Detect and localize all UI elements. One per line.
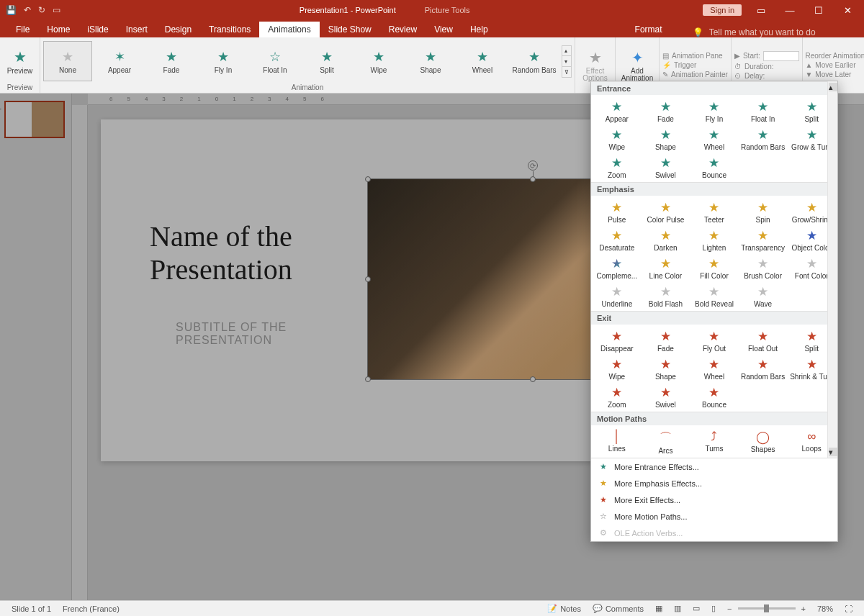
fit-window-icon[interactable]: ⛶ (839, 604, 858, 613)
maximize-button[interactable]: ☐ (809, 5, 828, 16)
scroll-down-icon[interactable]: ▾ (829, 448, 837, 456)
view-slideshow-icon[interactable]: ▯ (706, 604, 721, 613)
undo-icon[interactable]: ↶ (24, 5, 31, 15)
anim-option-bounce[interactable]: ★Bounce (690, 382, 739, 410)
anim-option-compleme-[interactable]: ★Compleme... (593, 253, 642, 281)
anim-floatin[interactable]: ☆Float In (251, 41, 300, 81)
preview-button[interactable]: ★Preview (3, 40, 37, 82)
anim-option-spin[interactable]: ★Spin (739, 197, 788, 225)
zoom-level[interactable]: 78% (811, 604, 839, 613)
anim-option-wipe[interactable]: ★Wipe (593, 354, 642, 382)
animation-painter-button[interactable]: ✎Animation Painter (662, 71, 728, 78)
anim-option-swivel[interactable]: ★Swivel (642, 382, 690, 410)
move-earlier-button[interactable]: ▲Move Earlier (805, 61, 864, 69)
slideshow-icon[interactable]: ▭ (53, 5, 60, 15)
anim-option-fly-in[interactable]: ★Fly In (690, 96, 739, 124)
anim-option-fade[interactable]: ★Fade (642, 96, 690, 124)
gallery-down-icon[interactable]: ▾ (562, 57, 571, 67)
tell-me-search[interactable]: 💡 Tell me what you want to do (693, 27, 816, 37)
rotate-handle-icon[interactable]: ⟳ (528, 160, 538, 171)
animation-pane-button[interactable]: ▤Animation Pane (662, 52, 728, 60)
timing-duration[interactable]: ⏱Duration: (734, 63, 799, 71)
anim-option-line-color[interactable]: ★Line Color (642, 253, 690, 281)
tab-islide[interactable]: iSlide (78, 22, 117, 37)
ribbon-options-icon[interactable]: ▭ (752, 5, 770, 16)
anim-wipe[interactable]: ★Wipe (354, 41, 403, 81)
tab-review[interactable]: Review (380, 22, 426, 37)
notes-button[interactable]: 📝Notes (541, 604, 587, 613)
anim-option-brush-color[interactable]: ★Brush Color (739, 253, 788, 281)
tab-transitions[interactable]: Transitions (200, 22, 259, 37)
more-entrance-effects[interactable]: ★More Entrance Effects... (591, 458, 837, 475)
comments-button[interactable]: 💬Comments (587, 604, 649, 613)
zoom-in-icon[interactable]: + (796, 604, 811, 613)
anim-option-appear[interactable]: ★Appear (593, 96, 642, 124)
gallery-more-icon[interactable]: ⊽ (562, 68, 571, 77)
anim-split[interactable]: ★Split (302, 41, 351, 81)
anim-option-wave[interactable]: ★Wave (739, 281, 788, 309)
anim-option-wheel[interactable]: ★Wheel (690, 354, 739, 382)
zoom-out-icon[interactable]: − (721, 604, 737, 613)
anim-option-float-in[interactable]: ★Float In (739, 96, 788, 124)
slide-counter[interactable]: Slide 1 of 1 (6, 604, 57, 613)
anim-option-bold-reveal[interactable]: ★Bold Reveal (690, 281, 739, 309)
view-sorter-icon[interactable]: ▥ (668, 604, 687, 613)
anim-option-wipe[interactable]: ★Wipe (593, 124, 642, 153)
start-dropdown[interactable] (763, 51, 799, 61)
more-emphasis-effects[interactable]: ★More Emphasis Effects... (591, 475, 837, 492)
close-button[interactable]: ✕ (838, 5, 857, 16)
anim-option-fly-out[interactable]: ★Fly Out (690, 326, 739, 354)
timing-start[interactable]: ▶Start: (734, 51, 799, 61)
tab-view[interactable]: View (426, 22, 462, 37)
slide-thumbnail-1[interactable] (4, 101, 65, 138)
resize-handle[interactable] (365, 276, 371, 282)
anim-option-desaturate[interactable]: ★Desaturate (593, 225, 642, 253)
anim-option-zoom[interactable]: ★Zoom (593, 382, 642, 410)
more-motion-paths[interactable]: ☆More Motion Paths... (591, 508, 837, 525)
anim-option-shape[interactable]: ★Shape (642, 124, 690, 153)
motion-option-turns[interactable]: ⤴Turns (690, 427, 739, 456)
zoom-slider[interactable] (738, 607, 796, 610)
anim-option-random-bars[interactable]: ★Random Bars (739, 354, 788, 382)
anim-option-swivel[interactable]: ★Swivel (642, 153, 690, 181)
view-reading-icon[interactable]: ▭ (687, 604, 706, 613)
slide-title-placeholder[interactable]: Name of thePresentation (150, 220, 292, 286)
dropdown-scrollbar[interactable]: ▴ ▾ (827, 81, 837, 458)
tab-insert[interactable]: Insert (117, 22, 156, 37)
trigger-button[interactable]: ⚡Trigger (662, 61, 728, 69)
scroll-up-icon[interactable]: ▴ (829, 83, 837, 91)
anim-option-teeter[interactable]: ★Teeter (690, 197, 739, 225)
gallery-up-icon[interactable]: ▴ (562, 46, 571, 56)
redo-icon[interactable]: ↻ (38, 5, 45, 15)
anim-option-bounce[interactable]: ★Bounce (690, 153, 739, 181)
anim-option-wheel[interactable]: ★Wheel (690, 124, 739, 153)
anim-option-darken[interactable]: ★Darken (642, 225, 690, 253)
tab-help[interactable]: Help (462, 22, 497, 37)
view-normal-icon[interactable]: ▦ (649, 604, 668, 613)
effect-options-button[interactable]: ★Effect Options (578, 45, 612, 86)
anim-option-lighten[interactable]: ★Lighten (690, 225, 739, 253)
tab-format[interactable]: Format (626, 22, 671, 37)
anim-option-transparency[interactable]: ★Transparency (739, 225, 788, 253)
anim-fade[interactable]: ★Fade (147, 41, 196, 81)
anim-randombars[interactable]: ★Random Bars (510, 41, 559, 81)
anim-option-pulse[interactable]: ★Pulse (593, 197, 642, 225)
tab-design[interactable]: Design (156, 22, 200, 37)
anim-flyin[interactable]: ★Fly In (199, 41, 248, 81)
anim-option-fade[interactable]: ★Fade (642, 326, 690, 354)
anim-option-float-out[interactable]: ★Float Out (739, 326, 788, 354)
tab-home[interactable]: Home (38, 22, 78, 37)
resize-handle[interactable] (365, 176, 371, 182)
anim-option-underline[interactable]: ★Underline (593, 281, 642, 309)
motion-option-arcs[interactable]: ⌒Arcs (642, 427, 690, 456)
move-later-button[interactable]: ▼Move Later (805, 71, 864, 78)
tab-slideshow[interactable]: Slide Show (320, 22, 380, 37)
anim-option-color-pulse[interactable]: ★Color Pulse (642, 197, 690, 225)
anim-option-fill-color[interactable]: ★Fill Color (690, 253, 739, 281)
save-icon[interactable]: 💾 (6, 5, 17, 15)
anim-shape[interactable]: ★Shape (406, 41, 455, 81)
anim-appear[interactable]: ✶Appear (95, 41, 144, 81)
motion-option-lines[interactable]: │Lines (593, 427, 642, 456)
tab-file[interactable]: File (7, 22, 38, 37)
resize-handle[interactable] (530, 176, 536, 182)
